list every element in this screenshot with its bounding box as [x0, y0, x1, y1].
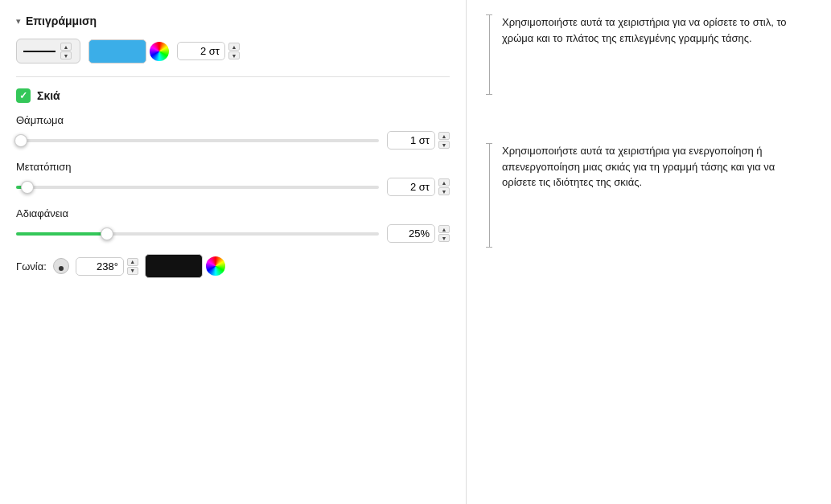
- angle-label: Γωνία:: [16, 260, 47, 272]
- blur-input[interactable]: 1 στ: [387, 131, 435, 150]
- stroke-color-swatch[interactable]: [88, 39, 146, 64]
- blur-control: Θάμπωμα 1 στ ▲ ▼: [16, 114, 450, 150]
- angle-input[interactable]: 238°: [76, 257, 124, 276]
- shadow-color-swatch[interactable]: [145, 254, 203, 278]
- stroke-style-stepper[interactable]: ▲ ▼: [60, 43, 72, 59]
- blur-value-field: 1 στ ▲ ▼: [387, 131, 450, 150]
- stroke-width-input[interactable]: 2 στ: [177, 42, 225, 60]
- settings-panel: ▾ Επιγράμμιση ▲ ▼ 2 στ: [0, 0, 467, 504]
- opacity-slider-thumb[interactable]: [101, 227, 113, 240]
- blur-slider-thumb[interactable]: [14, 134, 27, 147]
- offset-stepper[interactable]: ▲ ▼: [438, 178, 450, 195]
- offset-slider-track[interactable]: [16, 186, 379, 189]
- annotations-panel: Χρησιμοποιήστε αυτά τα χειριστήρια για ν…: [467, 0, 831, 262]
- opacity-value-field: 25% ▲ ▼: [387, 224, 450, 243]
- annotation-1-block: Χρησιμοποιήστε αυτά τα χειριστήρια για ν…: [486, 14, 812, 95]
- annotation-2-block: Χρησιμοποιήστε αυτά τα χειριστήρια για ε…: [486, 143, 812, 248]
- blur-up[interactable]: ▲: [438, 132, 450, 140]
- stroke-width-up[interactable]: ▲: [228, 43, 240, 51]
- stroke-width-down[interactable]: ▼: [228, 51, 240, 59]
- divider-1: [16, 76, 450, 77]
- stroke-color-wheel-button[interactable]: [150, 42, 169, 61]
- stroke-style-up[interactable]: ▲: [60, 43, 72, 51]
- blur-down[interactable]: ▼: [438, 141, 450, 149]
- chevron-down-icon: ▾: [16, 17, 21, 26]
- bracket-vertical-line: [489, 15, 490, 94]
- offset-down[interactable]: ▼: [438, 187, 450, 195]
- opacity-label: Αδιαφάνεια: [16, 207, 450, 219]
- blur-stepper[interactable]: ▲ ▼: [438, 132, 450, 149]
- opacity-control: Αδιαφάνεια 25% ▲ ▼: [16, 207, 450, 243]
- offset-label: Μετατόπιση: [16, 161, 450, 173]
- annotation-2-text: Χρησιμοποιήστε αυτά τα χειριστήρια για ε…: [502, 143, 812, 191]
- stroke-line-preview: [23, 51, 56, 52]
- angle-up[interactable]: ▲: [127, 258, 138, 266]
- offset-up[interactable]: ▲: [438, 178, 450, 186]
- opacity-down[interactable]: ▼: [438, 234, 450, 242]
- blur-label: Θάμπωμα: [16, 114, 450, 126]
- shadow-title: Σκιά: [37, 89, 60, 102]
- stroke-color-group: [88, 39, 169, 64]
- blur-slider-row: 1 στ ▲ ▼: [16, 131, 450, 150]
- stroke-row: ▲ ▼ 2 στ ▲ ▼: [16, 39, 450, 64]
- opacity-slider-track[interactable]: [16, 232, 379, 236]
- stroke-style-selector[interactable]: ▲ ▼: [16, 39, 80, 64]
- angle-knob[interactable]: [53, 258, 69, 274]
- bracket-1: [486, 14, 492, 95]
- angle-down[interactable]: ▼: [127, 267, 138, 275]
- section-header[interactable]: ▾ Επιγράμμιση: [16, 14, 450, 27]
- stroke-width-stepper[interactable]: ▲ ▼: [228, 43, 240, 59]
- angle-stepper[interactable]: ▲ ▼: [127, 258, 138, 275]
- opacity-up[interactable]: ▲: [438, 225, 450, 233]
- offset-value-field: 2 στ ▲ ▼: [387, 178, 450, 196]
- opacity-input[interactable]: 25%: [387, 224, 435, 243]
- shadow-color-group: [145, 254, 225, 278]
- shadow-header: Σκιά: [16, 88, 450, 103]
- shadow-checkbox[interactable]: [16, 88, 31, 103]
- angle-value-field: 238° ▲ ▼: [76, 257, 138, 276]
- offset-input[interactable]: 2 στ: [387, 178, 435, 196]
- offset-slider-row: 2 στ ▲ ▼: [16, 178, 450, 196]
- stroke-width-field: 2 στ ▲ ▼: [177, 42, 240, 60]
- section-title: Επιγράμμιση: [26, 14, 97, 27]
- offset-slider-thumb[interactable]: [21, 181, 34, 194]
- bracket-2: [486, 143, 492, 248]
- bracket-vertical-line-2: [489, 144, 490, 247]
- bracket-bottom-tick: [486, 94, 492, 95]
- blur-slider-track[interactable]: [16, 139, 379, 142]
- angle-dot: [59, 266, 64, 271]
- annotation-1-text: Χρησιμοποιήστε αυτά τα χειριστήρια για ν…: [502, 14, 812, 46]
- offset-control: Μετατόπιση 2 στ ▲ ▼: [16, 161, 450, 196]
- opacity-slider-fill: [16, 232, 107, 236]
- shadow-color-wheel-button[interactable]: [206, 256, 225, 276]
- opacity-slider-row: 25% ▲ ▼: [16, 224, 450, 243]
- angle-row: Γωνία: 238° ▲ ▼: [16, 254, 450, 278]
- opacity-stepper[interactable]: ▲ ▼: [438, 225, 450, 242]
- stroke-style-down[interactable]: ▼: [60, 51, 72, 59]
- bracket-bottom-tick-2: [486, 247, 492, 248]
